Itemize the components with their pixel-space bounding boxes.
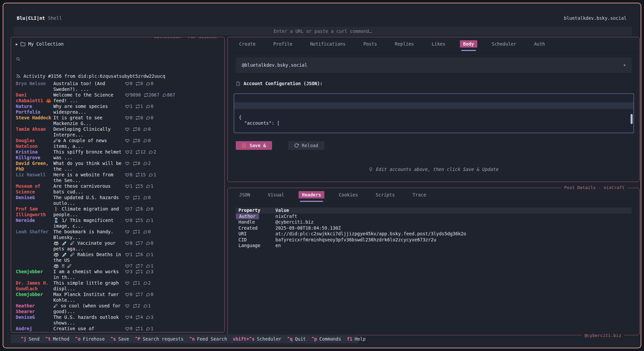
feed-post[interactable]: Prof Sam Illingworth🚶 Climate migration … [16,206,224,218]
feed-post[interactable]: ChemjobberMax Planck Institut fuer Kohle… [16,292,224,303]
details-tab-trace[interactable]: Trace [409,191,430,198]
post-replies: 0 [146,104,153,109]
feed-post[interactable]: Tamim AhsanDeveloping Clinically Interpr… [16,126,224,138]
repost-icon [133,304,137,308]
shortcut-feed-search[interactable]: ^nFeed Search [189,336,227,342]
like-icon [125,241,129,245]
post-likes: 9090 [125,92,141,98]
feed-post[interactable]: 🦝 💉 🖊 Vaccinate your pets aga...870 [16,240,224,252]
details-tab-cookies[interactable]: Cookies [335,191,361,198]
post-text: 🖊 so cool (when used for good)... [53,303,122,314]
feed-post[interactable]: Steve HaddockIt is great to see Mackenzi… [16,115,224,126]
shortcut-method[interactable]: ^tMethod [45,336,69,342]
feed-post[interactable]: Museum of ScienceAre these carnivorous b… [16,183,224,195]
feed-post[interactable]: Nature PortfolioWhy are some species wid… [16,104,224,115]
feed-post[interactable]: 🦝 💉 🖊 Rabies Deaths in the US161 [16,252,224,263]
tree-item-my-collection[interactable]: ▶ My Collection [16,41,64,47]
table-row[interactable]: Created2025-09-08T18:04:59.130Z [236,225,632,231]
table-row[interactable]: Languageen [236,243,632,249]
post-stats: 011 [122,326,224,332]
post-author: Andrej [16,326,53,332]
post-stats: 161 [122,252,224,263]
post-author: Kristina Killgrove [16,149,53,161]
post-stats: 00 [122,138,224,149]
table-row[interactable]: AuthornixCraft [236,214,632,220]
request-panel: CreateProfileNotificationsPostsRepliesLi… [227,37,640,182]
folder-icon [20,42,25,47]
reply-icon [143,304,148,308]
feed-post[interactable]: Kristina KillgroveThis spiffy bronze hel… [16,149,224,161]
table-row[interactable]: URIat://did:plc:c2swjkkci7dljjizpgye45kv… [236,231,632,237]
feed-post[interactable]: Heather Shearer🖊 so cool (when used for … [16,303,224,314]
post-reposts: 5 [136,218,143,223]
collection-search[interactable] [16,57,20,62]
feed-post[interactable]: Leah ShafferThe bookmark is handy. Blues… [16,229,224,240]
feed-post[interactable]: Nereide🧵 1/ This magnificent image, c...… [16,218,224,229]
reply-icon [143,195,148,200]
shortcut-quit[interactable]: ^qQuit [287,336,306,342]
shortcut-search-requests[interactable]: ^PSearch requests [135,336,183,342]
table-row[interactable]: Handle@cyberciti.biz [236,219,632,225]
post-replies: 0 [146,206,153,212]
url-placeholder: Enter a URL or paste a curl command… [274,28,372,34]
post-author [16,252,53,263]
save-button[interactable]: Save & [236,141,272,150]
post-replies: 1 [146,263,153,269]
like-icon [125,161,129,166]
feed-post[interactable]: Douglas Natelson🖊⚙ A couple of news item… [16,138,224,149]
feed-post[interactable]: Dr. James H. GundlachThis simple little … [16,280,224,292]
repost-icon [136,241,140,245]
reload-button[interactable]: Reload [288,141,324,150]
shortcut-scheduler[interactable]: shift+^sScheduler [233,336,281,342]
details-tab-scripts[interactable]: Scripts [372,191,398,198]
tab-scheduler[interactable]: Scheduler [488,40,520,48]
post-author [16,240,53,252]
account-select[interactable]: @bluetalkdev.bsky.social ▼ [236,57,632,73]
shortcut-help[interactable]: f1Help [347,336,366,342]
feed-post[interactable]: ChemjobberI am a chemist who works in th… [16,269,224,280]
repost-icon [133,161,137,166]
tab-profile[interactable]: Profile [270,40,296,48]
shortcut-save[interactable]: ^sSave [110,336,129,342]
tab-create[interactable]: Create [236,40,259,48]
feed-post[interactable]: DeniseGThe updated U.S. hazards outlo...… [16,195,224,206]
url-input[interactable]: Enter a URL or paste a curl command… [13,27,632,36]
shortcut-firehose[interactable]: ^oFirehose [75,336,105,342]
tab-auth[interactable]: Auth [531,40,548,48]
tab-posts[interactable]: Posts [360,40,380,48]
details-tab-headers[interactable]: Headers [299,191,324,198]
feed-post[interactable]: AndrejCreative use of011 [16,326,224,332]
details-tab-json[interactable]: JSON [236,191,254,198]
feed-post[interactable]: DeniseGThe U.S. hazards outlook shows...… [16,314,224,326]
app-window: Blu|CLI|nt Shell bluetalkdev.bsky.social… [3,3,641,348]
tab-notifications[interactable]: Notifications [307,40,349,48]
feed-post[interactable]: 🦝 ‼ 🖊771 [16,263,224,269]
tab-replies[interactable]: Replies [391,40,417,48]
post-likes [125,138,130,143]
json-editor[interactable]: { "accounts": [ [234,94,634,133]
tab-body[interactable]: Body [460,40,478,48]
shortcut-commands[interactable]: ^pCommands [312,336,341,342]
details-tab-visual[interactable]: Visual [265,191,288,198]
feed-post[interactable]: Liz HaswellHere is a website from the Se… [16,172,224,183]
post-stats: 10 [122,195,224,206]
feed-post[interactable]: Bryn NelsonAustralia too! (And Sweden?).… [16,81,224,92]
repost-icon [136,184,140,188]
reply-icon [146,207,150,211]
shortcut-send[interactable]: ^jSend [21,336,40,342]
post-author: Leah Shaffer [16,229,53,240]
feed-post[interactable]: Dani cRabaiotti 🦀Welcome to the Science … [16,92,224,104]
post-replies: 1 [146,252,153,257]
activity-text: Activity #3156 from did:plc:6zqusatsubyb… [23,73,165,79]
post-reposts: 7 [136,263,143,269]
tree-expand-caret[interactable]: ▶ [16,42,18,46]
post-likes: 0 [125,115,132,121]
post-stats: 02 [122,161,224,172]
editor-scrollbar[interactable] [631,114,633,124]
save-icon [242,143,247,148]
feed-post[interactable]: David Green, PhDWhat do you think will b… [16,161,224,172]
editor-current-line [234,102,634,109]
table-row[interactable]: CIDbafyreicxrfmrminhqseoy3pfv36bswdl236h… [236,237,632,243]
reply-icon [146,104,150,109]
tab-likes[interactable]: Likes [428,40,449,48]
